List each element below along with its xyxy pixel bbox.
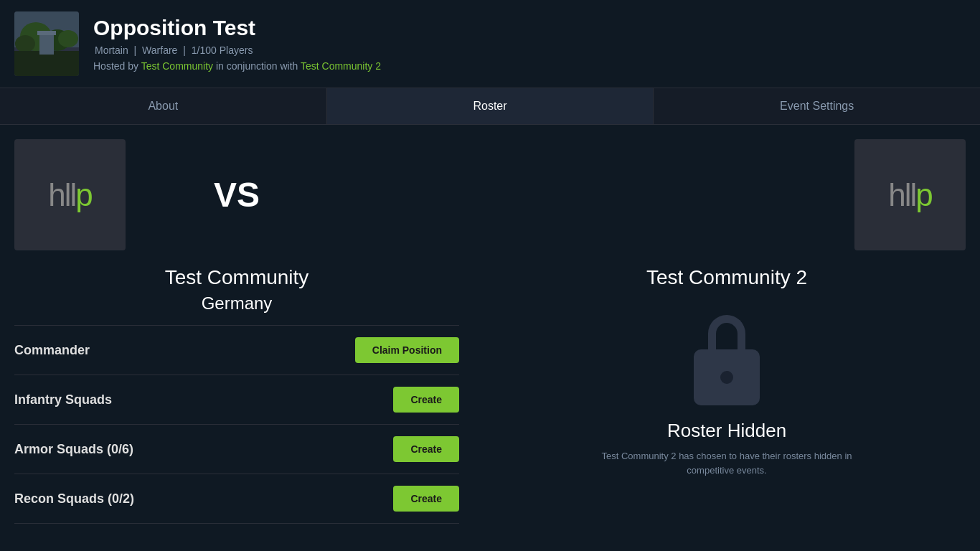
svg-point-5 [58,30,78,47]
right-team-name: Test Community 2 [488,266,966,289]
header-meta: Mortain | Warfare | 1/100 Players [93,44,381,56]
lock-body [694,349,760,405]
svg-rect-6 [14,51,79,76]
tab-event-settings[interactable]: Event Settings [654,88,980,124]
player-count: 1/100 Players [192,44,253,56]
recon-row: Recon Squads (0/2) Create [14,474,459,524]
lock-icon-wrapper [694,315,760,405]
infantry-create-button[interactable]: Create [393,387,459,413]
svg-rect-8 [37,31,56,35]
armor-row: Armor Squads (0/6) Create [14,425,459,474]
roster-section-left: Commander Claim Position Infantry Squads… [14,325,459,524]
nav-tabs: About Roster Event Settings [0,88,980,125]
right-team-panel: hllp Test Community 2 Roster Hidden Test… [473,139,980,524]
infantry-label: Infantry Squads [14,392,112,408]
left-team-panel: hllp VS Test Community Germany Commander… [0,139,473,524]
infantry-row: Infantry Squads Create [14,375,459,425]
roster-hidden-title: Roster Hidden [667,420,786,442]
claim-position-button[interactable]: Claim Position [355,337,459,363]
main-content: hllp VS Test Community Germany Commander… [0,125,980,538]
game-logo [14,11,79,76]
hosted-by: Hosted by Test Community in conjunction … [93,60,381,72]
lock-shackle [708,315,745,349]
event-title: Opposition Test [93,16,381,40]
tab-about[interactable]: About [0,88,327,124]
armor-label: Armor Squads (0/6) [14,442,133,457]
tab-roster[interactable]: Roster [327,88,654,124]
left-faction: Germany [202,293,273,314]
header-info: Opposition Test Mortain | Warfare | 1/10… [93,16,381,72]
right-team-logo: hllp [854,139,966,250]
commander-row: Commander Claim Position [14,326,459,375]
recon-create-button[interactable]: Create [393,486,459,512]
host2-link[interactable]: Test Community 2 [301,60,381,72]
map-name: Mortain [95,44,128,56]
game-mode: Warfare [142,44,177,56]
roster-hidden-desc: Test Community 2 has chosen to have thei… [598,449,856,477]
left-team-logo: hllp [14,139,126,250]
svg-rect-7 [39,33,54,55]
vs-label: VS [126,175,348,215]
host1-link[interactable]: Test Community [141,60,213,72]
commander-label: Commander [14,343,90,358]
lock-keyhole [720,371,733,384]
svg-point-4 [15,35,35,52]
armor-create-button[interactable]: Create [393,436,459,462]
header: Opposition Test Mortain | Warfare | 1/10… [0,0,980,88]
recon-label: Recon Squads (0/2) [14,491,134,507]
left-team-name: Test Community [14,266,459,289]
